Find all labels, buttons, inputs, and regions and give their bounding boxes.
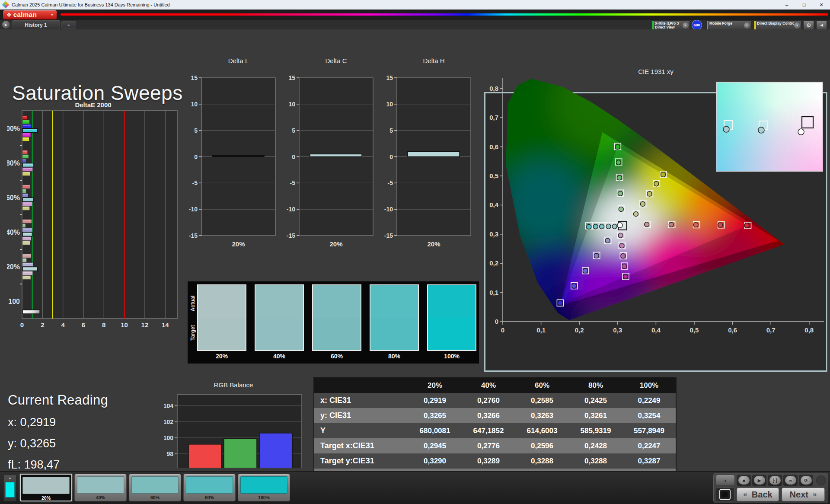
- pattern-button-20%[interactable]: 20%: [20, 474, 72, 501]
- table-cell: 0,3290: [408, 453, 462, 469]
- swatch-row-label: Target: [190, 324, 196, 341]
- transport-expand-button[interactable]: ▲: [716, 475, 735, 486]
- svg-text:0,1: 0,1: [489, 289, 498, 296]
- svg-text:0,3: 0,3: [613, 326, 622, 334]
- app-icon: [2, 1, 10, 9]
- svg-text:6: 6: [82, 321, 85, 329]
- display-control-dropdown[interactable]: Direct Display Control ▼: [754, 20, 801, 30]
- table-cell: 0,2760: [462, 393, 515, 408]
- single-measure-button[interactable]: [·]: [768, 475, 782, 486]
- svg-text:-15: -15: [287, 232, 295, 239]
- swatch-60%: [312, 284, 361, 351]
- rgb-bar-blue: [259, 433, 292, 468]
- history-expand-button[interactable]: ▶: [2, 21, 10, 29]
- cie-measured-point: [633, 212, 638, 217]
- delta-c-chart: Delta C-15-10-505101520%: [279, 56, 379, 255]
- chevron-left-icon: ◀: [820, 23, 823, 27]
- collapse-panel-button[interactable]: ◀: [816, 20, 827, 30]
- svg-text:20%: 20%: [329, 240, 342, 248]
- table-col-header: [314, 377, 408, 393]
- cie-whitepoint-measured: [617, 223, 622, 228]
- svg-text:0,7: 0,7: [489, 114, 498, 121]
- svg-text:5: 5: [292, 127, 295, 134]
- cie-measured-point: [587, 224, 591, 229]
- swatch-label: 80%: [370, 353, 419, 360]
- tab-history-1[interactable]: History 1: [12, 20, 60, 29]
- cie-measured-point: [619, 243, 624, 248]
- cie-measured-point: [645, 222, 649, 227]
- table-col-header: 60%: [515, 377, 569, 393]
- svg-text:0: 0: [20, 321, 24, 329]
- maximize-button[interactable]: □: [795, 0, 813, 10]
- svg-text:0,2: 0,2: [489, 259, 498, 267]
- pattern-label: 60%: [129, 495, 181, 500]
- meter-dropdown[interactable]: X-Rite i1Pro 3 Direct View ▼: [652, 20, 690, 30]
- table-cell: 614,6003: [515, 423, 569, 438]
- continuous-button[interactable]: ∞: [783, 475, 798, 486]
- loop-button[interactable]: ⟳: [799, 475, 813, 486]
- meter-count-badge[interactable]: 690: [692, 20, 702, 30]
- chevrons-left-icon: «: [743, 490, 747, 499]
- pattern-button-80%[interactable]: 80%: [183, 474, 236, 501]
- svg-text:100%: 100%: [7, 125, 20, 132]
- svg-text:12: 12: [141, 321, 149, 329]
- titlebar: Calman 2025 Calman Ultimate for Business…: [0, 0, 830, 10]
- pattern-button-40%[interactable]: 40%: [74, 474, 127, 501]
- table-cell: 0,2249: [622, 393, 676, 408]
- svg-text:40%: 40%: [7, 229, 20, 236]
- stop-button[interactable]: ■: [737, 475, 751, 486]
- cie-measured-point: [622, 264, 627, 269]
- svg-text:10: 10: [121, 321, 128, 329]
- swatch-100%: [427, 284, 476, 351]
- workspace: Saturation Sweeps DeltaE 2000100%80%60%4…: [0, 29, 830, 471]
- calman-logo-icon: ❖: [6, 12, 12, 18]
- svg-text:0,4: 0,4: [651, 326, 661, 334]
- table-row: x: CIE310,29190,27600,25850,24250,2249: [314, 393, 676, 408]
- tab-bar: [0, 20, 830, 30]
- cie-measured-point: [647, 191, 652, 196]
- cie-measured-point: [618, 191, 622, 196]
- svg-text:0,2: 0,2: [575, 326, 584, 334]
- svg-text:0,1: 0,1: [536, 326, 546, 334]
- svg-text:0,4: 0,4: [489, 201, 499, 208]
- pattern-preview-swatch: [5, 482, 15, 498]
- play-button[interactable]: ▶: [752, 475, 766, 486]
- add-history-tab-button[interactable]: +: [61, 21, 76, 29]
- cie-measured-point: [693, 223, 698, 227]
- cie-measured-point: [605, 238, 610, 243]
- table-cell: 0,2945: [408, 438, 462, 453]
- settings-button[interactable]: ⚙: [803, 20, 814, 30]
- svg-text:-15: -15: [384, 232, 393, 239]
- pattern-button-60%[interactable]: 60%: [129, 474, 181, 501]
- single-measure-icon: [·]: [769, 476, 781, 485]
- delta_l-bar: [212, 156, 264, 157]
- cie-measured-point: [612, 224, 617, 229]
- next-button[interactable]: Next »: [782, 488, 825, 501]
- measurement-table: 20%40%60%80%100% x: CIE310,29190,27600,2…: [313, 377, 677, 485]
- cie-measured-point: [669, 222, 674, 227]
- calman-menu-button[interactable]: ❖ calman ▼: [3, 10, 57, 19]
- rainbow-divider: [61, 13, 828, 16]
- pattern-window-button[interactable]: ▲: [3, 475, 16, 501]
- source-dropdown[interactable]: Mobile Forge ▼: [706, 20, 751, 30]
- table-cell: 0,3254: [622, 408, 676, 423]
- table-row-label: x: CIE31: [314, 393, 408, 408]
- table-cell: 0,3263: [515, 408, 569, 423]
- pattern-window-toggle-button[interactable]: [715, 488, 735, 501]
- cie-measured-point: [661, 172, 666, 177]
- chevron-up-icon: ▲: [724, 478, 727, 482]
- back-button[interactable]: « Back: [737, 488, 779, 501]
- close-button[interactable]: ✕: [813, 0, 830, 10]
- table-cell: 0,2919: [408, 393, 462, 408]
- minimize-button[interactable]: –: [778, 0, 795, 10]
- current-reading-fL: fL: 198,47: [8, 458, 108, 472]
- cie-measured-point: [600, 224, 604, 229]
- swatch-80%: [370, 284, 419, 351]
- continuous-icon: ∞: [785, 476, 796, 485]
- delta-l-chart: Delta L-15-10-505101520%: [182, 56, 281, 255]
- display-control-name: Direct Display Control: [756, 21, 794, 26]
- gear-icon: ⚙: [806, 22, 811, 29]
- svg-text:0: 0: [389, 153, 393, 160]
- table-cell: 0,2428: [569, 438, 622, 453]
- pattern-button-100%[interactable]: 100%: [238, 474, 290, 501]
